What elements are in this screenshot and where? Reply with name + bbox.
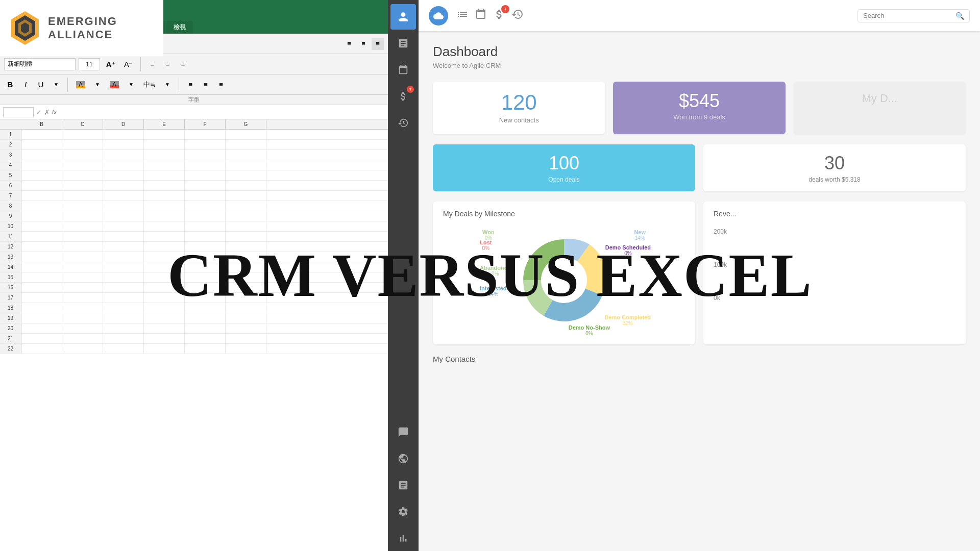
cell-12-5[interactable] [226,242,266,252]
font-name-box[interactable]: 新細明體 [4,58,76,70]
cell-18-5[interactable] [226,303,266,313]
cell-5-4[interactable] [185,170,226,180]
cell-name-box[interactable] [3,107,34,117]
cell-17-1[interactable] [62,293,103,303]
align2-center-btn[interactable]: ≡ [200,79,212,91]
cell-17-4[interactable] [185,293,226,303]
font-size-down-btn[interactable]: A⁻ [121,58,135,70]
cell-4-3[interactable] [144,160,185,170]
cell-10-5[interactable] [226,221,266,231]
cjk-btn[interactable]: 中≒ [140,79,158,91]
font-color-dropdown[interactable]: ▼ [125,79,137,91]
cell-6-0[interactable] [21,181,62,190]
align2-right-btn[interactable]: ≡ [215,79,227,91]
cell-2-2[interactable] [103,140,144,149]
cell-7-3[interactable] [144,191,185,201]
cell-4-2[interactable] [103,160,144,170]
cell-7-0[interactable] [21,191,62,201]
cell-13-5[interactable] [226,252,266,262]
cell-8-0[interactable] [21,201,62,211]
cell-14-1[interactable] [62,262,103,272]
cell-10-4[interactable] [185,221,226,231]
cjk-dropdown[interactable]: ▼ [161,79,174,91]
cell-16-4[interactable] [185,283,226,292]
cell-11-4[interactable] [185,232,226,241]
font-size-up-btn[interactable]: A⁺ [103,58,118,70]
cell-13-4[interactable] [185,252,226,262]
cell-20-2[interactable] [103,323,144,333]
cell-17-5[interactable] [226,293,266,303]
sidebar-item-analytics[interactable] [390,525,416,551]
sidebar-item-globe[interactable] [390,446,416,471]
cell-11-0[interactable] [21,232,62,241]
cell-6-3[interactable] [144,181,185,190]
cell-7-5[interactable] [226,191,266,201]
cell-18-4[interactable] [185,303,226,313]
cell-19-5[interactable] [226,313,266,323]
cell-22-1[interactable] [62,344,103,354]
cell-3-3[interactable] [144,150,185,160]
cell-1-0[interactable] [21,130,62,139]
cell-16-1[interactable] [62,283,103,292]
bold-btn[interactable]: B [4,79,16,91]
cell-17-3[interactable] [144,293,185,303]
cell-14-2[interactable] [103,262,144,272]
crm-search-input[interactable] [863,12,951,19]
italic-btn[interactable]: I [19,79,32,91]
cell-19-2[interactable] [103,313,144,323]
cell-7-2[interactable] [103,191,144,201]
underline-dropdown-btn[interactable]: ▼ [50,79,62,91]
cell-1-1[interactable] [62,130,103,139]
sidebar-item-chat[interactable] [390,419,416,445]
cell-9-0[interactable] [21,211,62,221]
cell-22-5[interactable] [226,344,266,354]
cell-15-0[interactable] [21,272,62,282]
cell-14-4[interactable] [185,262,226,272]
cell-7-4[interactable] [185,191,226,201]
tab-view[interactable]: 檢視 [166,21,193,34]
cell-19-4[interactable] [185,313,226,323]
cell-16-3[interactable] [144,283,185,292]
cell-18-3[interactable] [144,303,185,313]
cell-21-1[interactable] [62,334,103,343]
cell-4-4[interactable] [185,160,226,170]
align-mid-btn[interactable]: ≡ [161,58,174,70]
cell-14-5[interactable] [226,262,266,272]
cell-8-4[interactable] [185,201,226,211]
cell-11-3[interactable] [144,232,185,241]
cell-18-0[interactable] [21,303,62,313]
align-center-btn[interactable]: ≡ [357,38,370,50]
cell-9-1[interactable] [62,211,103,221]
cell-19-1[interactable] [62,313,103,323]
formula-input[interactable] [59,109,385,116]
cell-21-5[interactable] [226,334,266,343]
cell-12-4[interactable] [185,242,226,252]
cell-4-5[interactable] [226,160,266,170]
cell-8-5[interactable] [226,201,266,211]
cell-1-5[interactable] [226,130,266,139]
cell-2-1[interactable] [62,140,103,149]
cell-20-1[interactable] [62,323,103,333]
cell-15-5[interactable] [226,272,266,282]
cell-12-3[interactable] [144,242,185,252]
cell-4-0[interactable] [21,160,62,170]
sidebar-item-deals[interactable]: 7 [390,84,416,109]
align-top-btn[interactable]: ≡ [146,58,158,70]
cell-16-5[interactable] [226,283,266,292]
cell-21-3[interactable] [144,334,185,343]
cell-3-2[interactable] [103,150,144,160]
cell-16-2[interactable] [103,283,144,292]
align-bot-btn[interactable]: ≡ [177,58,189,70]
cell-18-2[interactable] [103,303,144,313]
sidebar-item-history[interactable] [390,110,416,136]
cell-15-2[interactable] [103,272,144,282]
cell-9-4[interactable] [185,211,226,221]
cell-18-1[interactable] [62,303,103,313]
sidebar-item-contacts[interactable] [390,4,416,30]
cell-3-4[interactable] [185,150,226,160]
cell-22-0[interactable] [21,344,62,354]
cell-color-dropdown[interactable]: ▼ [91,79,104,91]
sidebar-item-settings[interactable] [390,499,416,524]
cell-15-1[interactable] [62,272,103,282]
cell-3-1[interactable] [62,150,103,160]
